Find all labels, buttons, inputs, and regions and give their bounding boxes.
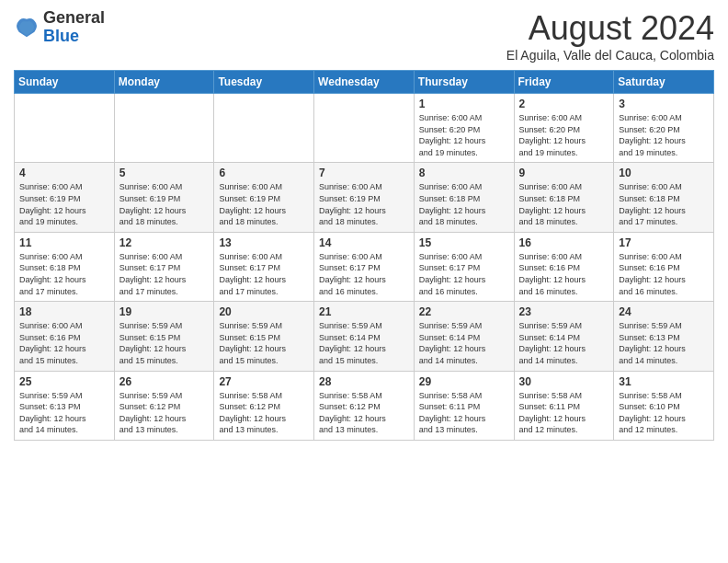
day-info: Sunrise: 6:00 AM Sunset: 6:19 PM Dayligh…	[19, 181, 109, 227]
calendar-cell: 17Sunrise: 6:00 AM Sunset: 6:16 PM Dayli…	[614, 232, 714, 301]
calendar-cell: 8Sunrise: 6:00 AM Sunset: 6:18 PM Daylig…	[414, 163, 514, 232]
calendar-cell	[214, 94, 314, 163]
logo-icon	[14, 15, 40, 40]
day-info: Sunrise: 6:00 AM Sunset: 6:20 PM Dayligh…	[419, 112, 509, 158]
day-info: Sunrise: 6:00 AM Sunset: 6:20 PM Dayligh…	[519, 112, 609, 158]
day-number: 24	[619, 305, 709, 318]
day-info: Sunrise: 6:00 AM Sunset: 6:18 PM Dayligh…	[619, 181, 709, 227]
day-number: 1	[419, 98, 509, 110]
day-info: Sunrise: 5:59 AM Sunset: 6:14 PM Dayligh…	[519, 320, 609, 366]
day-number: 26	[119, 375, 210, 388]
calendar-cell: 27Sunrise: 5:58 AM Sunset: 6:12 PM Dayli…	[214, 371, 314, 440]
calendar-cell: 28Sunrise: 5:58 AM Sunset: 6:12 PM Dayli…	[314, 371, 415, 440]
day-info: Sunrise: 5:59 AM Sunset: 6:12 PM Dayligh…	[119, 390, 210, 436]
calendar-cell: 3Sunrise: 6:00 AM Sunset: 6:20 PM Daylig…	[614, 94, 714, 163]
day-info: Sunrise: 5:58 AM Sunset: 6:10 PM Dayligh…	[619, 390, 709, 436]
day-number: 11	[19, 236, 109, 249]
day-number: 16	[519, 236, 609, 249]
day-number: 4	[19, 167, 109, 179]
day-info: Sunrise: 5:59 AM Sunset: 6:13 PM Dayligh…	[19, 390, 109, 436]
day-number: 20	[219, 305, 309, 318]
calendar-cell	[114, 94, 214, 163]
calendar-cell: 11Sunrise: 6:00 AM Sunset: 6:18 PM Dayli…	[15, 232, 115, 301]
day-number: 25	[19, 375, 109, 388]
day-info: Sunrise: 6:00 AM Sunset: 6:16 PM Dayligh…	[619, 251, 709, 297]
calendar-cell: 24Sunrise: 5:59 AM Sunset: 6:13 PM Dayli…	[614, 302, 714, 371]
calendar-cell: 13Sunrise: 6:00 AM Sunset: 6:17 PM Dayli…	[214, 232, 314, 301]
calendar-cell: 31Sunrise: 5:58 AM Sunset: 6:10 PM Dayli…	[614, 371, 714, 440]
day-info: Sunrise: 5:59 AM Sunset: 6:14 PM Dayligh…	[419, 320, 509, 366]
day-info: Sunrise: 6:00 AM Sunset: 6:18 PM Dayligh…	[519, 181, 609, 227]
calendar-cell: 25Sunrise: 5:59 AM Sunset: 6:13 PM Dayli…	[15, 371, 115, 440]
day-number: 22	[419, 305, 509, 318]
header-day-friday: Friday	[514, 71, 614, 94]
calendar-table: SundayMondayTuesdayWednesdayThursdayFrid…	[14, 70, 714, 441]
calendar-cell: 20Sunrise: 5:59 AM Sunset: 6:15 PM Dayli…	[214, 302, 314, 371]
day-number: 15	[419, 236, 509, 249]
day-number: 12	[119, 236, 210, 249]
page-header: General Blue August 2024 El Aguila, Vall…	[14, 9, 714, 63]
calendar-cell: 2Sunrise: 6:00 AM Sunset: 6:20 PM Daylig…	[514, 94, 614, 163]
calendar-cell: 16Sunrise: 6:00 AM Sunset: 6:16 PM Dayli…	[514, 232, 614, 301]
calendar-week-2: 4Sunrise: 6:00 AM Sunset: 6:19 PM Daylig…	[15, 163, 714, 232]
day-info: Sunrise: 6:00 AM Sunset: 6:17 PM Dayligh…	[419, 251, 509, 297]
day-number: 13	[219, 236, 309, 249]
day-info: Sunrise: 5:58 AM Sunset: 6:12 PM Dayligh…	[219, 390, 309, 436]
calendar-cell: 30Sunrise: 5:58 AM Sunset: 6:11 PM Dayli…	[514, 371, 614, 440]
day-info: Sunrise: 6:00 AM Sunset: 6:17 PM Dayligh…	[219, 251, 309, 297]
month-title: August 2024	[506, 9, 714, 48]
calendar-cell: 23Sunrise: 5:59 AM Sunset: 6:14 PM Dayli…	[514, 302, 614, 371]
day-number: 31	[619, 375, 709, 388]
day-number: 29	[419, 375, 509, 388]
calendar-cell: 10Sunrise: 6:00 AM Sunset: 6:18 PM Dayli…	[614, 163, 714, 232]
day-info: Sunrise: 5:58 AM Sunset: 6:11 PM Dayligh…	[519, 390, 609, 436]
calendar-week-3: 11Sunrise: 6:00 AM Sunset: 6:18 PM Dayli…	[15, 232, 714, 301]
day-number: 9	[519, 167, 609, 179]
calendar-header-row: SundayMondayTuesdayWednesdayThursdayFrid…	[15, 71, 714, 94]
day-info: Sunrise: 5:59 AM Sunset: 6:13 PM Dayligh…	[619, 320, 709, 366]
logo: General Blue	[14, 9, 105, 46]
header-day-sunday: Sunday	[15, 71, 115, 94]
title-block: August 2024 El Aguila, Valle del Cauca, …	[506, 9, 714, 63]
calendar-cell: 21Sunrise: 5:59 AM Sunset: 6:14 PM Dayli…	[314, 302, 415, 371]
day-info: Sunrise: 6:00 AM Sunset: 6:17 PM Dayligh…	[319, 251, 409, 297]
day-info: Sunrise: 5:59 AM Sunset: 6:15 PM Dayligh…	[119, 320, 210, 366]
calendar-cell	[15, 94, 115, 163]
calendar-cell: 6Sunrise: 6:00 AM Sunset: 6:19 PM Daylig…	[214, 163, 314, 232]
day-info: Sunrise: 6:00 AM Sunset: 6:19 PM Dayligh…	[319, 181, 409, 227]
day-number: 21	[319, 305, 409, 318]
day-number: 14	[319, 236, 409, 249]
day-number: 18	[19, 305, 109, 318]
calendar-week-4: 18Sunrise: 6:00 AM Sunset: 6:16 PM Dayli…	[15, 302, 714, 371]
day-info: Sunrise: 6:00 AM Sunset: 6:18 PM Dayligh…	[419, 181, 509, 227]
day-info: Sunrise: 5:59 AM Sunset: 6:15 PM Dayligh…	[219, 320, 309, 366]
day-number: 28	[319, 375, 409, 388]
calendar-cell: 15Sunrise: 6:00 AM Sunset: 6:17 PM Dayli…	[414, 232, 514, 301]
day-number: 3	[619, 98, 709, 110]
header-day-monday: Monday	[114, 71, 214, 94]
calendar-cell: 18Sunrise: 6:00 AM Sunset: 6:16 PM Dayli…	[15, 302, 115, 371]
header-day-thursday: Thursday	[414, 71, 514, 94]
calendar-cell: 19Sunrise: 5:59 AM Sunset: 6:15 PM Dayli…	[114, 302, 214, 371]
day-info: Sunrise: 6:00 AM Sunset: 6:16 PM Dayligh…	[519, 251, 609, 297]
day-number: 2	[519, 98, 609, 110]
day-info: Sunrise: 6:00 AM Sunset: 6:16 PM Dayligh…	[19, 320, 109, 366]
day-number: 23	[519, 305, 609, 318]
day-number: 27	[219, 375, 309, 388]
day-info: Sunrise: 5:58 AM Sunset: 6:12 PM Dayligh…	[319, 390, 409, 436]
header-day-saturday: Saturday	[614, 71, 714, 94]
calendar-cell: 7Sunrise: 6:00 AM Sunset: 6:19 PM Daylig…	[314, 163, 415, 232]
day-info: Sunrise: 6:00 AM Sunset: 6:18 PM Dayligh…	[19, 251, 109, 297]
calendar-cell: 26Sunrise: 5:59 AM Sunset: 6:12 PM Dayli…	[114, 371, 214, 440]
day-number: 17	[619, 236, 709, 249]
calendar-cell: 4Sunrise: 6:00 AM Sunset: 6:19 PM Daylig…	[15, 163, 115, 232]
location-subtitle: El Aguila, Valle del Cauca, Colombia	[506, 48, 714, 63]
calendar-week-5: 25Sunrise: 5:59 AM Sunset: 6:13 PM Dayli…	[15, 371, 714, 440]
day-info: Sunrise: 5:59 AM Sunset: 6:14 PM Dayligh…	[319, 320, 409, 366]
day-info: Sunrise: 5:58 AM Sunset: 6:11 PM Dayligh…	[419, 390, 509, 436]
calendar-cell: 12Sunrise: 6:00 AM Sunset: 6:17 PM Dayli…	[114, 232, 214, 301]
calendar-cell: 29Sunrise: 5:58 AM Sunset: 6:11 PM Dayli…	[414, 371, 514, 440]
day-number: 8	[419, 167, 509, 179]
day-number: 30	[519, 375, 609, 388]
day-number: 6	[219, 167, 309, 179]
